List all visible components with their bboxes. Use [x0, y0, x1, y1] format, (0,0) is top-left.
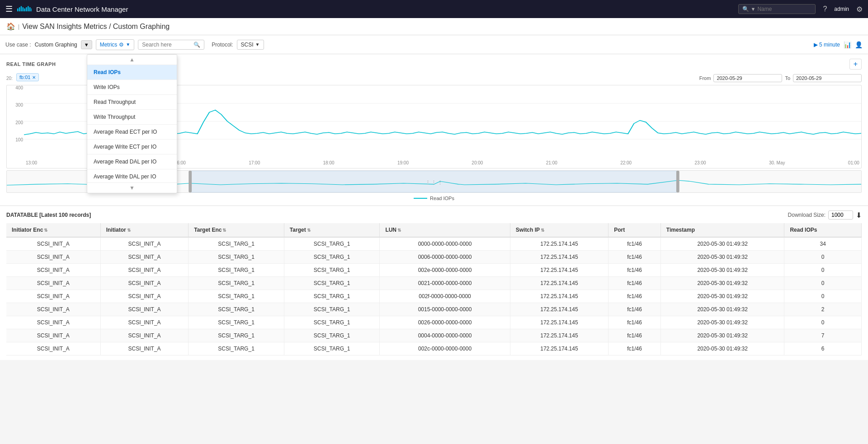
table-row: SCSI_INIT_ASCSI_INIT_ASCSI_TARG_1SCSI_TA…: [6, 251, 862, 264]
download-icon[interactable]: ⬇: [856, 211, 862, 220]
table-cell: 2020-05-30 01:49:32: [660, 277, 784, 290]
table-cell: SCSI_INIT_A: [100, 251, 189, 264]
table-cell: SCSI_INIT_A: [6, 277, 100, 290]
table-cell: SCSI_TARG_1: [284, 303, 380, 316]
table-cell: fc1/46: [609, 290, 661, 303]
col-port[interactable]: Port: [609, 223, 661, 237]
table-cell: SCSI_TARG_1: [189, 303, 284, 316]
settings-icon[interactable]: ⚙: [856, 5, 863, 14]
from-label: From: [699, 75, 711, 81]
add-graph-button[interactable]: +: [849, 59, 862, 70]
bar-chart-icon[interactable]: 📊: [844, 41, 851, 48]
table-cell: 2020-05-30 01:49:32: [660, 290, 784, 303]
x-label-2300: 23:00: [695, 160, 706, 165]
col-timestamp[interactable]: Timestamp: [660, 223, 784, 237]
play-icon: ▶: [814, 42, 818, 48]
table-cell: SCSI_TARG_1: [189, 329, 284, 342]
app-title: Data Center Network Manager: [36, 5, 128, 13]
dropdown-scroll-up[interactable]: ▲: [87, 55, 177, 65]
metrics-search-input[interactable]: [142, 42, 192, 48]
dropdown-scroll-down[interactable]: ▼: [87, 182, 177, 193]
metrics-search-wrap[interactable]: 🔍: [138, 40, 204, 50]
cisco-logo: [17, 5, 32, 13]
sort-icon-target[interactable]: ⇅: [307, 228, 311, 233]
table-row: SCSI_INIT_ASCSI_INIT_ASCSI_TARG_1SCSI_TA…: [6, 303, 862, 316]
dropdown-item-write-iops[interactable]: Write IOPs: [87, 80, 177, 95]
datatable-header: DATATABLE [Latest 100 records] Download …: [6, 210, 862, 220]
x-label-2000: 20:00: [472, 160, 483, 165]
person-icon[interactable]: 👤: [855, 41, 863, 48]
sort-icon-switch-ip[interactable]: ⇅: [541, 228, 544, 233]
dropdown-item-read-throughput[interactable]: Read Throughput: [87, 95, 177, 110]
graph-controls: +: [849, 59, 862, 70]
sort-icon-initiator-enc[interactable]: ⇅: [44, 228, 47, 233]
table-cell: SCSI_TARG_1: [284, 277, 380, 290]
col-initiator[interactable]: Initiator⇅: [100, 223, 189, 237]
metrics-chevron-icon: ▼: [126, 42, 130, 47]
col-switch-ip[interactable]: Switch IP⇅: [510, 223, 608, 237]
legend-text: Read IOPs: [430, 196, 454, 201]
table-cell: SCSI_INIT_A: [100, 237, 189, 251]
play-button[interactable]: ▶ 5 minute: [814, 42, 840, 48]
download-size-select[interactable]: 1000 500 100: [828, 210, 853, 220]
table-cell: 0: [784, 264, 862, 277]
x-label-1900: 19:00: [397, 160, 409, 165]
table-cell: 0015-0000-0000-0000: [380, 303, 510, 316]
y-label-100: 100: [15, 137, 23, 142]
y-label-400: 400: [15, 85, 23, 90]
sort-icon-initiator[interactable]: ⇅: [127, 228, 131, 233]
table-cell: 0: [784, 316, 862, 329]
global-search-box[interactable]: 🔍 ▼: [738, 4, 816, 14]
page-title: View SAN Insights Metrics / Custom Graph…: [22, 23, 170, 31]
dropdown-item-avg-read-ect[interactable]: Average Read ECT per IO: [87, 125, 177, 140]
metrics-button[interactable]: Metrics ⚙ ▼: [96, 39, 135, 50]
dropdown-item-avg-write-dal[interactable]: Average Write DAL per IO: [87, 169, 177, 182]
table-cell: 172.25.174.145: [510, 251, 608, 264]
table-cell: 172.25.174.145: [510, 237, 608, 251]
col-lun[interactable]: LUN⇅: [380, 223, 510, 237]
col-read-iops[interactable]: Read IOPs: [784, 223, 862, 237]
table-cell: SCSI_INIT_A: [100, 277, 189, 290]
table-cell: 2020-05-30 01:49:32: [660, 342, 784, 355]
svg-text:⋮⋮⋮: ⋮⋮⋮: [425, 180, 443, 185]
protocol-dropdown-btn[interactable]: SCSI ▼: [237, 40, 264, 50]
table-cell: 2020-05-30 01:49:32: [660, 237, 784, 251]
table-cell: 002f-0000-0000-0000: [380, 290, 510, 303]
metrics-label: Metrics: [100, 42, 118, 48]
table-cell: 172.25.174.145: [510, 342, 608, 355]
protocol-value: SCSI: [241, 42, 254, 48]
breadcrumb: 🏠 | View SAN Insights Metrics / Custom G…: [0, 18, 868, 35]
table-cell: fc1/46: [609, 264, 661, 277]
svg-rect-0: [17, 9, 19, 11]
table-cell: 172.25.174.145: [510, 303, 608, 316]
dropdown-item-avg-read-dal[interactable]: Average Read DAL per IO: [87, 154, 177, 169]
dropdown-scroll-area: Read IOPs Write IOPs Read Throughput Wri…: [87, 65, 177, 182]
sort-icon-target-enc[interactable]: ⇅: [222, 228, 226, 233]
dropdown-item-write-throughput[interactable]: Write Throughput: [87, 110, 177, 125]
protocol-label: Protocol:: [212, 42, 233, 48]
x-label-1700: 17:00: [249, 160, 260, 165]
x-label-0100: 01:00: [848, 160, 859, 165]
dropdown-item-avg-write-ect[interactable]: Average Write ECT per IO: [87, 140, 177, 154]
global-search-input[interactable]: [757, 6, 811, 12]
gear-icon: ⚙: [119, 42, 124, 48]
col-initiator-enc[interactable]: Initiator Enc⇅: [6, 223, 100, 237]
col-target-enc[interactable]: Target Enc⇅: [189, 223, 284, 237]
home-icon[interactable]: 🏠: [6, 22, 15, 31]
svg-rect-8: [31, 9, 32, 11]
table-row: SCSI_INIT_ASCSI_INIT_ASCSI_TARG_1SCSI_TA…: [6, 237, 862, 251]
table-cell: 2020-05-30 01:49:32: [660, 251, 784, 264]
table-cell: SCSI_INIT_A: [6, 303, 100, 316]
use-case-dropdown-btn[interactable]: ▼: [81, 40, 92, 49]
help-icon[interactable]: ?: [823, 5, 827, 13]
table-scroll[interactable]: Initiator Enc⇅ Initiator⇅ Target Enc⇅ Ta…: [6, 223, 862, 355]
to-date-input[interactable]: [793, 74, 862, 82]
table-cell: 2020-05-30 01:49:32: [660, 264, 784, 277]
sort-icon-lun[interactable]: ⇅: [397, 228, 401, 233]
col-target[interactable]: Target⇅: [284, 223, 380, 237]
from-date-input[interactable]: [713, 74, 782, 82]
menu-icon[interactable]: ☰: [5, 4, 13, 14]
dropdown-item-read-iops[interactable]: Read IOPs: [87, 65, 177, 80]
tag-close-icon[interactable]: ✕: [32, 75, 36, 80]
search-icon: 🔍: [742, 6, 749, 12]
